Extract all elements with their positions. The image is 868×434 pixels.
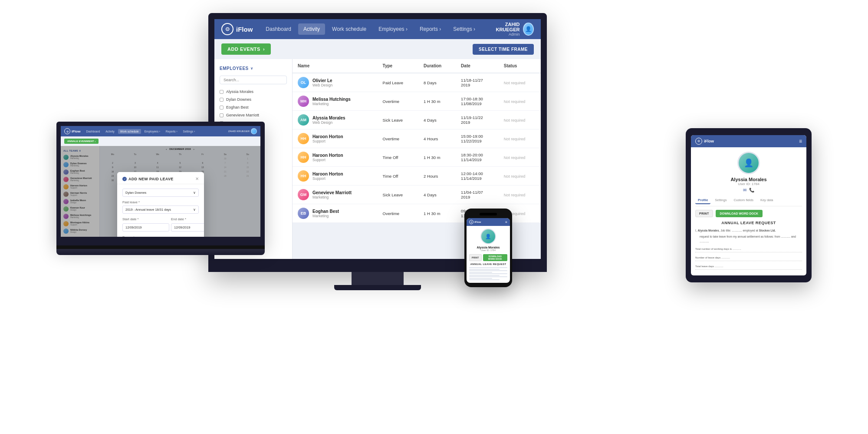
- nav-dashboard[interactable]: Dashboard: [260, 23, 296, 35]
- tablet-tabs: Profile Settings Custom fields Key data: [695, 197, 802, 206]
- table-cell-status: Not required: [499, 73, 541, 92]
- phone-header: ⊙ iFlow ≡: [467, 218, 510, 226]
- table-cell-duration: 4 Hours: [418, 129, 456, 148]
- avatar: 👤: [523, 23, 534, 36]
- phone-logo: ⊙ iFlow: [469, 220, 481, 224]
- avatar: AM: [298, 114, 309, 126]
- mini-nav: Dashboard Activity Work schedule Employe…: [84, 129, 197, 134]
- table-cell-type: Overtime: [378, 92, 419, 111]
- monitor-stand: [352, 272, 404, 285]
- nav-reports[interactable]: Reports ›: [414, 23, 446, 35]
- tab-key-data[interactable]: Key data: [758, 197, 776, 204]
- avatar: HH: [298, 170, 309, 182]
- app-toolbar: ADD EVENTS › SELECT TIME FRAME: [214, 39, 541, 59]
- app-name: iFlow: [236, 26, 253, 33]
- list-item[interactable]: Eoghan Best: [214, 103, 292, 111]
- nav-work-schedule[interactable]: Work schedule: [327, 23, 372, 35]
- tab-custom-fields[interactable]: Custom fields: [731, 197, 756, 204]
- col-name: Name: [293, 59, 378, 73]
- mini-toolbar: ANNALE EVENIMENT ›: [61, 136, 260, 146]
- table-row[interactable]: AM Alyssia MoralesWeb Design Sick Leave …: [293, 111, 541, 129]
- mini-logo: ⊙ iFlow: [64, 128, 80, 134]
- col-status: Status: [499, 59, 541, 73]
- modal-paid-leave-field: Paid leave * 2019 - Annual leave 18/31 d…: [122, 200, 199, 214]
- sidebar-header: EMPLOYEES ∨: [214, 63, 292, 73]
- table-row[interactable]: HH Haroon HortonSupport Time Off 2 Hours…: [293, 167, 541, 186]
- phone-screen: ⊙ iFlow ≡ 👤 Alyssia Morales User ID: 178…: [467, 218, 510, 283]
- table-cell-date: 11/19-11/222019: [456, 111, 499, 129]
- search-input[interactable]: [220, 76, 287, 84]
- modal-body: Dylan Downes ∨ Paid leave * 2019 - Annua…: [117, 184, 204, 245]
- modal-close-button[interactable]: ✕: [195, 176, 199, 181]
- tablet-frame: ⊙ iFlow ≡ 👤 Alyssia Morales User ID: 178…: [686, 128, 812, 282]
- user-info: ZAHID KRUEGER Admin: [488, 22, 519, 36]
- table-cell-duration: 2 Hours: [418, 167, 456, 186]
- table-cell-type: Time Off: [378, 148, 419, 167]
- select-time-button[interactable]: SELECT TIME FRAME: [473, 44, 534, 55]
- avatar: HH: [298, 152, 309, 163]
- avatar: GM: [298, 189, 309, 200]
- modal-reason-field: Request reason: [122, 235, 199, 245]
- add-events-button[interactable]: ADD EVENTS ›: [221, 43, 271, 55]
- mini-add-events-button[interactable]: ANNALE EVENIMENT ›: [64, 139, 99, 144]
- modal-reason-input[interactable]: [122, 241, 199, 245]
- phone-print-button[interactable]: PRINT: [469, 254, 482, 261]
- tablet-doc-title: ANNUAL LEAVE REQUEST: [695, 221, 802, 225]
- tablet-header: ⊙ iFlow ≡: [691, 135, 806, 147]
- table-cell-duration: 1 H 30 m: [418, 148, 456, 167]
- modal-paid-leave-select[interactable]: 2019 - Annual leave 18/31 days ∨: [122, 205, 199, 214]
- table-row[interactable]: GM Genevieve MarriottMarketing Sick Leav…: [293, 186, 541, 204]
- table-cell-status: Not required: [499, 167, 541, 186]
- modal-employee-select[interactable]: Dylan Downes ∨: [122, 189, 199, 197]
- table-cell-type: Overtime: [378, 129, 419, 148]
- modal-paid-leave-label: Paid leave *: [122, 200, 199, 204]
- mini-nav-activity[interactable]: Activity: [103, 129, 117, 134]
- tablet-print-button[interactable]: PRINT: [695, 210, 713, 217]
- mini-nav-dashboard[interactable]: Dashboard: [84, 129, 102, 134]
- table-cell-duration: 4 Days: [418, 111, 456, 129]
- table-cell-name: HH Haroon HortonSupport: [293, 148, 378, 167]
- col-date: Date: [456, 59, 499, 73]
- tab-profile[interactable]: Profile: [695, 197, 710, 204]
- tablet-download-button[interactable]: DOWNLOAD WORD DOCK: [716, 210, 763, 217]
- sidebar-search: [214, 73, 292, 88]
- mini-nav-employees[interactable]: Employees ›: [142, 129, 162, 134]
- table-row[interactable]: OL Olivier LeWeb Design Paid Leave 8 Day…: [293, 73, 541, 92]
- table-row[interactable]: MH Melissa HutchingsMarketing Overtime 1…: [293, 92, 541, 111]
- tablet-menu-icon[interactable]: ≡: [799, 138, 802, 144]
- emp-checkbox: [220, 98, 224, 102]
- nav-activity[interactable]: Activity: [298, 23, 325, 35]
- table-row[interactable]: HH Haroon HortonSupport Overtime 4 Hours…: [293, 129, 541, 148]
- mini-nav-work-schedule[interactable]: Work schedule: [118, 129, 141, 134]
- phone-download-button[interactable]: DOWNLOAD WORD DOCK: [483, 254, 508, 261]
- table-cell-type: Paid Leave: [378, 73, 419, 92]
- avatar: EB: [298, 208, 309, 219]
- nav-settings[interactable]: Settings ›: [448, 23, 480, 35]
- mini-nav-settings[interactable]: Settings ›: [181, 129, 197, 134]
- table-cell-type: Overtime: [378, 204, 419, 223]
- tablet-actions: PRINT DOWNLOAD WORD DOCK: [695, 210, 802, 217]
- table-row[interactable]: HH Haroon HortonSupport Time Off 1 H 30 …: [293, 148, 541, 167]
- tablet: ⊙ iFlow ≡ 👤 Alyssia Morales User ID: 178…: [686, 128, 812, 282]
- list-item[interactable]: Alyssia Morales: [214, 88, 292, 96]
- list-item[interactable]: Dylan Downes: [214, 96, 292, 103]
- table-cell-type: Sick Leave: [378, 111, 419, 129]
- avatar: OL: [298, 77, 309, 88]
- tablet-emp-name: Alyssia Morales: [730, 177, 766, 182]
- table-cell-date: 11/18-11/272019: [456, 73, 499, 92]
- email-icon: ✉: [743, 188, 746, 192]
- nav-employees[interactable]: Employees ›: [373, 23, 413, 35]
- table-cell-date: 11/04-11/072019: [456, 186, 499, 204]
- table-cell-duration: 4 Days: [418, 186, 456, 204]
- modal-end-date[interactable]: [171, 223, 204, 232]
- table-cell-name: EB Eoghan BestMarketing: [293, 204, 378, 223]
- mini-nav-reports[interactable]: Reports ›: [164, 129, 180, 134]
- modal-start-date[interactable]: [122, 223, 169, 232]
- table-cell-status: Not required: [499, 186, 541, 204]
- tab-settings[interactable]: Settings: [712, 197, 729, 204]
- phone-doc-title: ANNUAL LEAVE REQUEST: [469, 263, 507, 265]
- phone-menu-icon[interactable]: ≡: [505, 220, 507, 224]
- table-cell-type: Sick Leave: [378, 186, 419, 204]
- list-item[interactable]: Genevieve Marriott: [214, 111, 292, 119]
- mini-user: ZAHID KRUEGER: [228, 128, 257, 134]
